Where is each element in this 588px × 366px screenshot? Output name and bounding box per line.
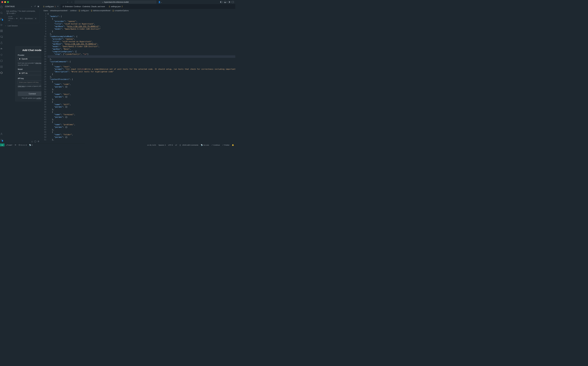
docker-icon[interactable] — [0, 47, 3, 50]
prettier-status[interactable]: ✓ Prettier — [221, 144, 231, 146]
cursor-position[interactable]: Ln 18, Col 6 — [146, 144, 157, 146]
status-bar: ⎋ ⎇main* ⟳ ⓧ0 ⚠1 3 📡0 Ln 18, Col 6 Space… — [0, 143, 235, 146]
search-icon: ⌕ — [102, 1, 103, 3]
copilot-icon[interactable]: 👤⌄ — [158, 1, 162, 3]
editor-area: {} config.json 1 ✕ ▤ Extension: Continue… — [41, 4, 235, 143]
git-branch[interactable]: ⎇main* — [4, 144, 14, 146]
branch-icon: ⎇ — [6, 144, 8, 146]
apikey-help-link[interactable]: Click here — [18, 85, 25, 87]
new-chat-icon[interactable]: ＋ — [31, 5, 33, 8]
continue-status[interactable]: ✓ Continue — [210, 144, 221, 146]
settings-gear-icon[interactable]: 1 — [0, 138, 3, 142]
chat-context-row: vLLM hosted on …⌄ ⚙ ⌘⏎ @codebase ➤ — [6, 15, 38, 22]
svg-rect-5 — [2, 30, 3, 31]
svg-rect-6 — [0, 31, 1, 32]
breadcrumb[interactable]: Users› sebastianpanmandewit› .continue› … — [41, 9, 235, 13]
json-icon: {} — [43, 5, 44, 7]
explorer-icon[interactable] — [0, 5, 3, 8]
gear-icon[interactable]: ⚙ — [38, 140, 39, 143]
svg-point-17 — [1, 139, 2, 140]
run-debug-icon[interactable] — [0, 23, 3, 27]
layout-controls — [220, 1, 234, 3]
accounts-icon[interactable] — [0, 132, 3, 135]
sidebar: CONTINUE ＋ ↺ ▣ Ask anything, '/' for sla… — [3, 4, 41, 143]
database-icon[interactable] — [0, 59, 3, 62]
window-controls — [1, 1, 9, 3]
provider-help-link[interactable]: Click here — [35, 62, 42, 64]
remote-indicator[interactable]: ⎋ — [0, 144, 4, 146]
search-text: hyperstack-llm-inference-toolkit — [104, 1, 129, 3]
svg-rect-13 — [1, 48, 2, 49]
toggle-secondary-sidebar-icon[interactable] — [228, 1, 230, 3]
nav-forward-icon[interactable]: → — [70, 1, 72, 3]
openai-logo-icon: ✺ — [19, 72, 21, 74]
sidebar-extra-icon[interactable] — [0, 65, 3, 68]
command-center-search[interactable]: ⌕ hyperstack-llm-inference-toolkit — [75, 0, 156, 4]
broadcast-icon: 📡 — [201, 144, 203, 146]
svg-point-1 — [0, 18, 1, 19]
extension-icon: ▤ — [62, 5, 64, 7]
source-control-icon[interactable]: 1 — [0, 17, 3, 20]
toggle-pane-icon[interactable]: ▣ — [38, 5, 39, 8]
close-window-icon[interactable] — [1, 1, 3, 3]
indentation[interactable]: Spaces: 2 — [157, 144, 167, 146]
arrow-left-icon: ← — [5, 25, 7, 27]
close-icon[interactable]: ✕ — [57, 5, 59, 7]
svg-point-16 — [1, 133, 2, 134]
toggle-panel-icon[interactable] — [224, 1, 226, 3]
notifications-icon[interactable]: 🔔 — [231, 144, 235, 146]
openai-logo-icon: ✺ — [19, 58, 21, 60]
code-content[interactable]: { "models": [ { "provider": "openai", "t… — [47, 13, 235, 144]
sync-icon[interactable]: ⟳ — [14, 144, 17, 146]
search-bar-icon[interactable] — [0, 11, 3, 15]
editor-tabs: {} config.json 1 ✕ ▤ Extension: Continue… — [41, 4, 235, 9]
ports-status[interactable]: 📡0 — [28, 144, 34, 146]
gear-icon[interactable]: ⚙ — [16, 17, 17, 19]
radio-icon: 📡 — [29, 144, 31, 146]
history-icon[interactable]: ↺ — [34, 5, 36, 8]
go-live[interactable]: 📡Go Live — [200, 144, 210, 146]
svg-rect-10 — [0, 49, 1, 49]
sidebar-footer: △ ◯ ⚙ — [3, 139, 41, 143]
svg-rect-4 — [0, 30, 1, 31]
send-icon[interactable]: ➤ — [34, 17, 37, 20]
line-gutter: 1234567891011121314151617181920212223242… — [41, 13, 47, 144]
svg-point-0 — [0, 12, 2, 14]
chat-input[interactable]: Ask anything, '/' for slash commands, '@… — [5, 9, 39, 23]
svg-rect-12 — [2, 49, 2, 49]
help-icon[interactable]: ◯ — [34, 140, 36, 143]
json-icon: {} — [109, 5, 110, 7]
problems-status[interactable]: ⓧ0 ⚠1 3 — [17, 144, 28, 146]
chat-placeholder: Ask anything, '/' for slash commands, '@… — [6, 10, 35, 14]
tab-settings-json[interactable]: {} settings.json 2 — [107, 4, 125, 9]
sidebar-header: CONTINUE ＋ ↺ ▣ — [3, 4, 41, 9]
activity-bar: 1 — [0, 4, 3, 143]
svg-rect-14 — [0, 60, 2, 62]
maximize-window-icon[interactable] — [7, 1, 9, 3]
continue-icon[interactable] — [0, 71, 3, 74]
remote-explorer-icon[interactable] — [0, 35, 3, 38]
svg-point-9 — [2, 37, 2, 38]
toggle-primary-sidebar-icon[interactable] — [220, 1, 222, 3]
encoding[interactable]: UTF-8 — [167, 144, 174, 146]
model-selector[interactable]: vLLM hosted on …⌄ ⚙ — [8, 15, 18, 22]
language-mode[interactable]: {} JSON with Comments — [178, 144, 199, 146]
gitlens-icon[interactable] — [0, 53, 3, 56]
nav-arrows: ← → — [67, 1, 73, 3]
warning-icon[interactable]: △ — [31, 140, 33, 143]
testing-icon[interactable] — [0, 41, 3, 44]
last-session-link[interactable]: ← Last Session — [5, 25, 39, 27]
tab-config-json[interactable]: {} config.json 1 ✕ — [41, 4, 61, 9]
sidebar-title: CONTINUE — [5, 5, 15, 8]
svg-rect-15 — [0, 66, 2, 68]
tab-extension[interactable]: ▤ Extension: Continue - Codestral, Claud… — [61, 4, 107, 9]
nav-back-icon[interactable]: ← — [67, 1, 69, 3]
customize-layout-icon[interactable] — [232, 1, 234, 3]
extensions-icon[interactable] — [0, 30, 3, 32]
minimize-window-icon[interactable] — [4, 1, 6, 3]
title-bar: ← → ⌕ hyperstack-llm-inference-toolkit 👤… — [0, 0, 235, 4]
eol[interactable]: LF — [174, 144, 178, 146]
code-editor[interactable]: 1234567891011121314151617181920212223242… — [41, 13, 235, 144]
shortcut-chip: ⌘⏎ — [19, 17, 23, 20]
codebase-chip[interactable]: @codebase — [24, 17, 33, 20]
